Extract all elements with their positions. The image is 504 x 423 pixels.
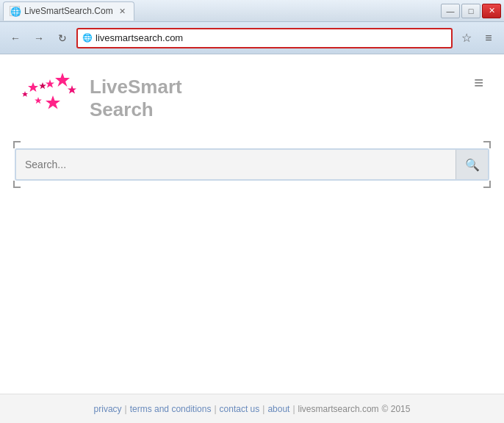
corner-bracket-tl: [13, 141, 21, 148]
refresh-button[interactable]: ↻: [53, 29, 72, 48]
search-box: 🔍: [15, 148, 489, 181]
privacy-link[interactable]: privacy: [94, 404, 122, 414]
logo-sparkles: [15, 69, 81, 128]
svg-marker-5: [22, 91, 28, 97]
toolbar-right: ☆ ≡: [457, 29, 498, 48]
address-favicon: 🌐: [82, 33, 93, 43]
browser-window: 🌐 LiveSmartSearch.Com ✕ — □ ✕ ← → ↻ 🌐 li…: [0, 0, 504, 423]
tab-close-button[interactable]: ✕: [118, 6, 128, 16]
hamburger-menu-button[interactable]: ≡: [468, 69, 489, 97]
browser-toolbar: ← → ↻ 🌐 livesmartsearch.com ☆ ≡: [0, 22, 504, 54]
svg-marker-7: [39, 82, 46, 89]
footer-copyright: © 2015: [382, 404, 411, 414]
maximize-button[interactable]: □: [461, 4, 480, 18]
window-controls: — □ ✕: [441, 4, 501, 18]
sep-1: |: [125, 404, 127, 414]
svg-marker-0: [55, 73, 70, 87]
logo-line2: Search: [90, 98, 182, 121]
terms-link[interactable]: terms and conditions: [130, 404, 212, 414]
site-footer: privacy | terms and conditions | contact…: [0, 394, 504, 423]
address-text: livesmartsearch.com: [96, 32, 447, 43]
corner-bracket-bl: [13, 181, 21, 188]
browser-tab[interactable]: 🌐 LiveSmartSearch.Com ✕: [3, 1, 134, 21]
footer-site-name: livesmartsearch.com: [298, 404, 379, 414]
search-button[interactable]: 🔍: [456, 150, 488, 179]
star-icon: ☆: [461, 31, 472, 45]
close-button[interactable]: ✕: [482, 4, 501, 18]
title-bar: 🌐 LiveSmartSearch.Com ✕ — □ ✕: [0, 0, 504, 22]
sep-3: |: [262, 404, 264, 414]
minimize-button[interactable]: —: [441, 4, 460, 18]
search-icon: 🔍: [465, 158, 480, 172]
logo-area: LiveSmart Search: [15, 69, 182, 128]
search-container: 🔍: [0, 135, 504, 201]
logo-text: LiveSmart Search: [90, 76, 182, 121]
site-header: LiveSmart Search ≡: [0, 54, 504, 135]
menu-icon: ≡: [485, 32, 492, 45]
svg-marker-2: [46, 79, 54, 88]
tab-favicon: 🌐: [10, 6, 20, 16]
back-icon: ←: [10, 32, 21, 44]
browser-menu-button[interactable]: ≡: [479, 29, 498, 48]
svg-marker-6: [46, 95, 60, 109]
tab-title: LiveSmartSearch.Com: [24, 6, 113, 16]
forward-button[interactable]: →: [29, 29, 48, 48]
corner-bracket-tr: [483, 141, 491, 148]
back-button[interactable]: ←: [6, 29, 25, 48]
svg-marker-1: [28, 82, 38, 92]
svg-marker-4: [35, 97, 42, 104]
browser-content: LiveSmart Search ≡ 🔍: [0, 54, 504, 423]
svg-marker-3: [68, 85, 76, 94]
site-main: [0, 201, 504, 423]
refresh-icon: ↻: [58, 32, 67, 44]
sep-2: |: [214, 404, 216, 414]
forward-icon: →: [34, 32, 44, 44]
corner-bracket-br: [483, 181, 491, 188]
sep-4: |: [292, 404, 295, 414]
bookmark-button[interactable]: ☆: [457, 29, 476, 48]
address-bar[interactable]: 🌐 livesmartsearch.com: [76, 28, 453, 48]
logo-line1: LiveSmart: [90, 76, 182, 98]
about-link[interactable]: about: [267, 404, 289, 414]
search-input[interactable]: [16, 150, 456, 179]
contact-link[interactable]: contact us: [220, 404, 260, 414]
